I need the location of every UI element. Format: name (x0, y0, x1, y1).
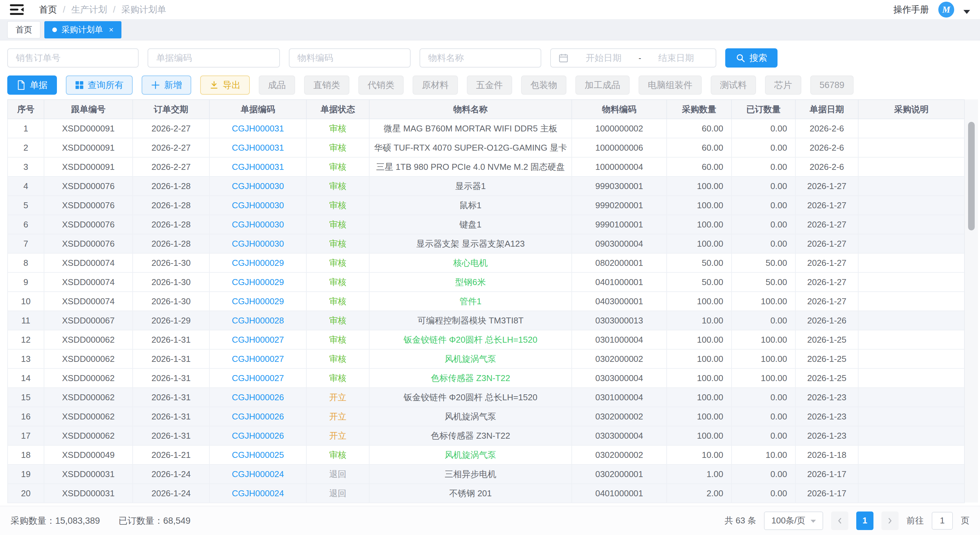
cell-ordered-qty: 0.00 (732, 234, 795, 253)
doc-code-input[interactable] (148, 48, 280, 67)
cell-doc-link[interactable]: CGJH000024 (210, 484, 306, 503)
breadcrumb-production-plan[interactable]: 生产计划 (72, 4, 107, 16)
cell-doc-link[interactable]: CGJH000025 (210, 445, 306, 465)
prev-page-button[interactable] (831, 511, 848, 530)
chevron-left-icon (837, 517, 843, 524)
cell-index: 20 (8, 484, 44, 503)
cell-order-no: XSDD000062 (44, 349, 133, 369)
cell-material-name: 键盘1 (369, 215, 572, 234)
category-button-0[interactable]: 成品 (259, 75, 295, 95)
category-button-7[interactable]: 电脑组装件 (638, 75, 702, 95)
cell-material-code: 9990200001 (572, 196, 667, 215)
breadcrumb-separator: / (63, 5, 65, 15)
cell-doc-link[interactable]: CGJH000027 (210, 330, 306, 349)
table-row: 19XSDD0000312026-1-24CGJH000024退回三相异步电机0… (8, 465, 964, 484)
page-size-select[interactable]: 100条/页 (764, 511, 823, 530)
cell-doc-link[interactable]: CGJH000031 (210, 119, 306, 138)
cell-ordered-qty: 50.00 (732, 273, 795, 292)
cell-doc-link[interactable]: CGJH000029 (210, 253, 306, 273)
cell-material-code: 0401000001 (572, 273, 667, 292)
cell-status: 审核 (306, 196, 369, 215)
end-date-placeholder: 结束日期 (644, 52, 708, 64)
export-button[interactable]: 导出 (200, 75, 250, 95)
cell-doc-link[interactable]: CGJH000027 (210, 369, 306, 388)
cell-material-name: 核心电机 (369, 253, 572, 273)
category-button-3[interactable]: 原材料 (412, 75, 458, 95)
add-button[interactable]: 新增 (142, 75, 191, 95)
search-button[interactable]: 搜索 (725, 48, 778, 67)
pagination: 共 63 条 100条/页 1 前往 页 (725, 511, 969, 530)
cell-status: 审核 (306, 369, 369, 388)
cell-doc-link[interactable]: CGJH000028 (210, 311, 306, 330)
cell-doc-link[interactable]: CGJH000031 (210, 138, 306, 157)
cell-purchase-qty: 100.00 (667, 388, 732, 407)
top-nav: 首页 / 生产计划 / 采购计划单 操作手册 M (0, 0, 980, 19)
category-button-4[interactable]: 五金件 (467, 75, 512, 95)
avatar[interactable]: M (938, 2, 954, 18)
cell-material-name: 型钢6米 (369, 273, 572, 292)
table-row: 17XSDD0000622026-1-31CGJH000026开立色标传感器 Z… (8, 426, 964, 445)
category-button-6[interactable]: 加工成品 (575, 75, 630, 95)
cell-note (858, 311, 964, 330)
cell-doc-link[interactable]: CGJH000030 (210, 196, 306, 215)
ordered-qty-total-value: 68,549 (163, 516, 191, 526)
cell-doc-link[interactable]: CGJH000026 (210, 388, 306, 407)
date-range-picker[interactable]: 开始日期 - 结束日期 (550, 48, 716, 67)
cell-doc-link[interactable]: CGJH000030 (210, 234, 306, 253)
cell-order-no: XSDD000076 (44, 234, 133, 253)
cell-purchase-qty: 50.00 (667, 253, 732, 273)
query-all-button-label: 查询所有 (88, 79, 123, 91)
cell-doc-link[interactable]: CGJH000024 (210, 465, 306, 484)
cell-doc-date: 2026-1-25 (795, 369, 858, 388)
category-button-9[interactable]: 芯片 (765, 75, 801, 95)
close-icon[interactable]: × (109, 25, 113, 34)
cell-material-name: 钣金铰链件 Φ20圆杆 总长LH=1520 (369, 330, 572, 349)
column-header-10: 采购说明 (858, 100, 964, 119)
breadcrumb-home[interactable]: 首页 (39, 4, 57, 16)
goto-page-input[interactable] (932, 512, 953, 530)
cell-delivery-date: 2026-1-31 (133, 369, 210, 388)
cell-index: 17 (8, 426, 44, 445)
cell-doc-link[interactable]: CGJH000031 (210, 157, 306, 176)
cell-doc-link[interactable]: CGJH000026 (210, 426, 306, 445)
cell-material-code: 0303000004 (572, 426, 667, 445)
filter-bar: 开始日期 - 结束日期 搜索 (0, 40, 980, 67)
material-name-input[interactable] (420, 48, 541, 67)
cell-doc-link[interactable]: CGJH000029 (210, 273, 306, 292)
cell-doc-link[interactable]: CGJH000030 (210, 215, 306, 234)
cell-status: 退回 (306, 484, 369, 503)
category-button-1[interactable]: 直销类 (304, 75, 349, 95)
tab-home[interactable]: 首页 (7, 21, 40, 38)
page-1-button[interactable]: 1 (856, 511, 873, 530)
cell-doc-link[interactable]: CGJH000030 (210, 176, 306, 196)
query-all-button[interactable]: 查询所有 (66, 75, 133, 95)
ordered-qty-total: 已订数量：68,549 (118, 515, 191, 527)
manual-link[interactable]: 操作手册 (893, 4, 929, 16)
cell-material-code: 0302000002 (572, 349, 667, 369)
scrollbar-thumb[interactable] (968, 122, 975, 230)
material-code-input[interactable] (289, 48, 410, 67)
chevron-down-icon[interactable] (964, 10, 970, 14)
cell-delivery-date: 2026-2-27 (133, 138, 210, 157)
cell-doc-date: 2026-1-17 (795, 484, 858, 503)
chevron-down-icon (811, 520, 816, 523)
document-button[interactable]: 单据 (7, 75, 57, 95)
next-page-button[interactable] (881, 511, 899, 530)
sidebar-collapse-icon[interactable] (10, 3, 24, 16)
category-button-5[interactable]: 包装物 (521, 75, 566, 95)
purchase-plan-page: 首页 / 生产计划 / 采购计划单 操作手册 M 首页 采购计划单 × (0, 0, 980, 535)
tab-purchase-plan[interactable]: 采购计划单 × (45, 21, 121, 38)
toolbar: 单据 查询所有 新增 导出 成品直销类代销类原材料五金件包装物加工成品电脑组装件… (0, 75, 980, 95)
category-button-10[interactable]: 56789 (810, 75, 854, 95)
category-button-2[interactable]: 代销类 (358, 75, 404, 95)
cell-purchase-qty: 1.00 (667, 465, 732, 484)
cell-note (858, 369, 964, 388)
cell-doc-link[interactable]: CGJH000029 (210, 292, 306, 311)
cell-doc-link[interactable]: CGJH000026 (210, 407, 306, 426)
cell-status: 审核 (306, 445, 369, 465)
cell-order-no: XSDD000067 (44, 311, 133, 330)
cell-doc-link[interactable]: CGJH000027 (210, 349, 306, 369)
sales-order-input[interactable] (7, 48, 138, 67)
category-button-8[interactable]: 测试料 (711, 75, 756, 95)
cell-delivery-date: 2026-1-24 (133, 484, 210, 503)
